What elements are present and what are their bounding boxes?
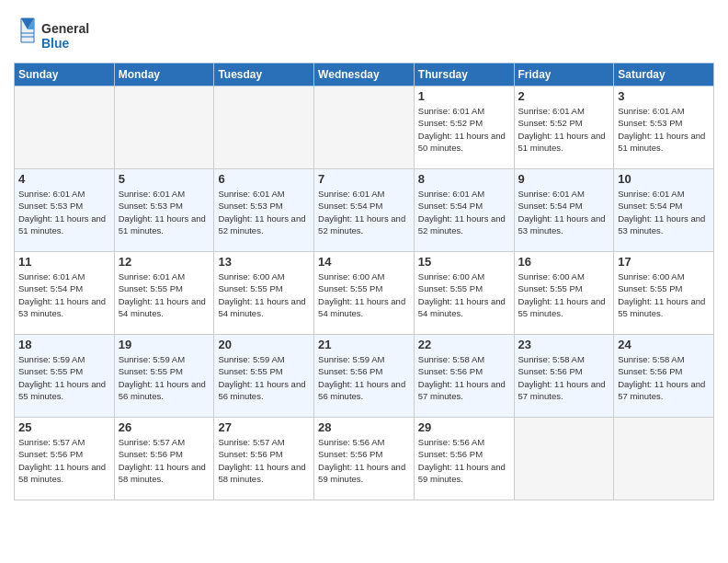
day-number: 7 [318, 172, 410, 186]
day-number: 24 [618, 338, 710, 351]
day-info: Sunrise: 6:00 AMSunset: 5:55 PMDaylight:… [418, 270, 510, 319]
day-info: Sunrise: 5:58 AMSunset: 5:56 PMDaylight:… [518, 353, 610, 402]
day-cell: 22Sunrise: 5:58 AMSunset: 5:56 PMDayligh… [414, 335, 514, 418]
day-info: Sunrise: 6:01 AMSunset: 5:52 PMDaylight:… [418, 105, 510, 154]
day-number: 6 [218, 172, 310, 186]
day-number: 9 [518, 172, 610, 186]
day-cell [314, 86, 415, 169]
day-cell: 27Sunrise: 5:57 AMSunset: 5:56 PMDayligh… [214, 418, 314, 500]
day-info: Sunrise: 6:01 AMSunset: 5:54 PMDaylight:… [18, 270, 110, 319]
day-number: 20 [218, 338, 310, 351]
day-number: 2 [518, 89, 610, 103]
day-number: 8 [418, 172, 510, 186]
day-info: Sunrise: 5:59 AMSunset: 5:56 PMDaylight:… [318, 353, 410, 402]
week-row-5: 25Sunrise: 5:57 AMSunset: 5:56 PMDayligh… [15, 418, 714, 500]
day-cell: 8Sunrise: 6:01 AMSunset: 5:54 PMDaylight… [414, 169, 514, 252]
day-number: 15 [418, 255, 510, 269]
day-cell: 23Sunrise: 5:58 AMSunset: 5:56 PMDayligh… [514, 335, 614, 418]
day-info: Sunrise: 5:57 AMSunset: 5:56 PMDaylight:… [18, 436, 110, 485]
col-header-wednesday: Wednesday [314, 63, 415, 86]
day-info: Sunrise: 6:00 AMSunset: 5:55 PMDaylight:… [618, 270, 710, 319]
day-cell [214, 86, 314, 169]
day-number: 23 [518, 338, 610, 351]
day-number: 10 [618, 172, 710, 186]
day-cell: 10Sunrise: 6:01 AMSunset: 5:54 PMDayligh… [614, 169, 714, 252]
day-cell: 5Sunrise: 6:01 AMSunset: 5:53 PMDaylight… [114, 169, 214, 252]
day-cell: 7Sunrise: 6:01 AMSunset: 5:54 PMDaylight… [314, 169, 415, 252]
day-cell: 18Sunrise: 5:59 AMSunset: 5:55 PMDayligh… [15, 335, 115, 418]
col-header-tuesday: Tuesday [214, 63, 314, 86]
svg-text:General: General [41, 21, 89, 36]
day-cell [114, 86, 214, 169]
day-number: 18 [18, 338, 110, 351]
day-number: 25 [18, 420, 110, 434]
day-cell: 19Sunrise: 5:59 AMSunset: 5:55 PMDayligh… [114, 335, 214, 418]
day-cell: 3Sunrise: 6:01 AMSunset: 5:53 PMDaylight… [614, 86, 714, 169]
day-cell: 14Sunrise: 6:00 AMSunset: 5:55 PMDayligh… [314, 252, 415, 335]
day-cell: 24Sunrise: 5:58 AMSunset: 5:56 PMDayligh… [614, 335, 714, 418]
day-info: Sunrise: 6:01 AMSunset: 5:54 PMDaylight:… [618, 188, 710, 236]
day-number: 5 [119, 172, 210, 186]
day-cell: 26Sunrise: 5:57 AMSunset: 5:56 PMDayligh… [114, 418, 214, 500]
day-number: 22 [418, 338, 510, 351]
day-cell: 1Sunrise: 6:01 AMSunset: 5:52 PMDaylight… [414, 86, 514, 169]
col-header-thursday: Thursday [414, 63, 514, 86]
day-info: Sunrise: 6:01 AMSunset: 5:54 PMDaylight:… [318, 188, 410, 236]
day-info: Sunrise: 6:00 AMSunset: 5:55 PMDaylight:… [218, 270, 310, 319]
day-info: Sunrise: 5:58 AMSunset: 5:56 PMDaylight:… [418, 353, 510, 402]
day-cell: 11Sunrise: 6:01 AMSunset: 5:54 PMDayligh… [15, 252, 115, 335]
day-number: 21 [318, 338, 410, 351]
day-info: Sunrise: 6:01 AMSunset: 5:52 PMDaylight:… [518, 105, 610, 154]
day-cell: 13Sunrise: 6:00 AMSunset: 5:55 PMDayligh… [214, 252, 314, 335]
day-info: Sunrise: 6:01 AMSunset: 5:55 PMDaylight:… [119, 270, 210, 319]
day-number: 19 [119, 338, 210, 351]
calendar-table: SundayMondayTuesdayWednesdayThursdayFrid… [14, 63, 714, 500]
day-cell: 16Sunrise: 6:00 AMSunset: 5:55 PMDayligh… [514, 252, 614, 335]
logo: General Blue [14, 17, 97, 57]
day-info: Sunrise: 6:01 AMSunset: 5:54 PMDaylight:… [418, 188, 510, 236]
day-info: Sunrise: 5:57 AMSunset: 5:56 PMDaylight:… [218, 436, 310, 485]
day-number: 4 [18, 172, 110, 186]
day-number: 17 [618, 255, 710, 269]
week-row-4: 18Sunrise: 5:59 AMSunset: 5:55 PMDayligh… [15, 335, 714, 418]
week-row-1: 1Sunrise: 6:01 AMSunset: 5:52 PMDaylight… [15, 86, 714, 169]
day-cell [15, 86, 115, 169]
header: General Blue [14, 9, 714, 57]
day-cell: 21Sunrise: 5:59 AMSunset: 5:56 PMDayligh… [314, 335, 415, 418]
day-cell [614, 418, 714, 500]
day-info: Sunrise: 6:01 AMSunset: 5:53 PMDaylight:… [218, 188, 310, 236]
col-header-saturday: Saturday [614, 63, 714, 86]
day-info: Sunrise: 6:01 AMSunset: 5:53 PMDaylight:… [618, 105, 710, 154]
day-info: Sunrise: 5:56 AMSunset: 5:56 PMDaylight:… [318, 436, 410, 485]
col-header-monday: Monday [114, 63, 214, 86]
day-cell: 25Sunrise: 5:57 AMSunset: 5:56 PMDayligh… [15, 418, 115, 500]
day-number: 12 [119, 255, 210, 269]
day-number: 28 [318, 420, 410, 434]
day-info: Sunrise: 5:59 AMSunset: 5:55 PMDaylight:… [18, 353, 110, 402]
day-cell: 9Sunrise: 6:01 AMSunset: 5:54 PMDaylight… [514, 169, 614, 252]
day-info: Sunrise: 5:57 AMSunset: 5:56 PMDaylight:… [119, 436, 210, 485]
day-cell: 6Sunrise: 6:01 AMSunset: 5:53 PMDaylight… [214, 169, 314, 252]
svg-text:Blue: Blue [41, 36, 70, 51]
day-number: 29 [418, 420, 510, 434]
header-row: SundayMondayTuesdayWednesdayThursdayFrid… [15, 63, 714, 86]
day-number: 14 [318, 255, 410, 269]
day-info: Sunrise: 5:56 AMSunset: 5:56 PMDaylight:… [418, 436, 510, 485]
day-info: Sunrise: 6:00 AMSunset: 5:55 PMDaylight:… [518, 270, 610, 319]
day-info: Sunrise: 6:01 AMSunset: 5:53 PMDaylight:… [119, 188, 210, 236]
day-info: Sunrise: 5:59 AMSunset: 5:55 PMDaylight:… [218, 353, 310, 402]
col-header-friday: Friday [514, 63, 614, 86]
day-number: 1 [418, 89, 510, 103]
day-cell: 17Sunrise: 6:00 AMSunset: 5:55 PMDayligh… [614, 252, 714, 335]
day-cell: 12Sunrise: 6:01 AMSunset: 5:55 PMDayligh… [114, 252, 214, 335]
day-number: 13 [218, 255, 310, 269]
week-row-3: 11Sunrise: 6:01 AMSunset: 5:54 PMDayligh… [15, 252, 714, 335]
day-info: Sunrise: 5:59 AMSunset: 5:55 PMDaylight:… [119, 353, 210, 402]
day-number: 27 [218, 420, 310, 434]
col-header-sunday: Sunday [15, 63, 115, 86]
day-cell: 29Sunrise: 5:56 AMSunset: 5:56 PMDayligh… [414, 418, 514, 500]
day-number: 3 [618, 89, 710, 103]
day-number: 16 [518, 255, 610, 269]
day-number: 26 [119, 420, 210, 434]
day-cell: 20Sunrise: 5:59 AMSunset: 5:55 PMDayligh… [214, 335, 314, 418]
